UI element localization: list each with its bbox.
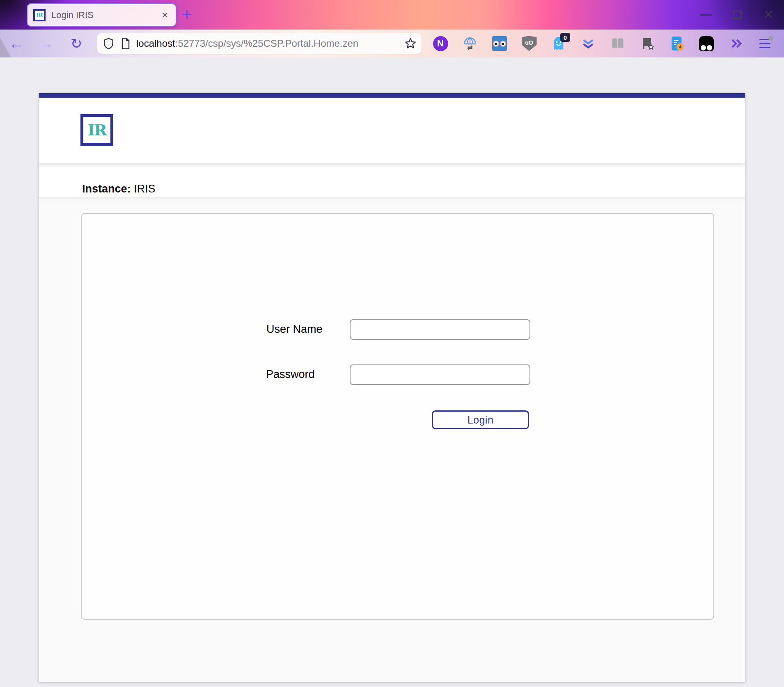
- dark-mask-icon: [699, 36, 714, 51]
- favicon-text: IR: [36, 12, 43, 18]
- navigation-toolbar: ← → ↻ localhost:52773/csp/sys/%25CSP.Por…: [0, 30, 784, 57]
- login-form-panel: User Name Password Login: [81, 213, 714, 620]
- minimize-icon: [700, 14, 712, 16]
- tab-close-icon[interactable]: ✕: [158, 9, 172, 22]
- page-viewport: IR Instance: IRIS User Name Password Log…: [0, 57, 784, 687]
- page-accent-bar: [39, 93, 745, 98]
- instance-line: Instance: IRIS: [82, 183, 156, 195]
- url-path: :52773/csp/sys/%25CSP.Portal.Home.zen: [175, 38, 358, 49]
- extension-n-button[interactable]: N: [432, 35, 449, 52]
- maximize-icon: [733, 10, 742, 19]
- extension-globe-sync-button[interactable]: [462, 35, 478, 52]
- instance-value: IRIS: [134, 183, 156, 195]
- url-bar[interactable]: localhost:52773/csp/sys/%25CSP.Portal.Ho…: [97, 33, 422, 54]
- close-icon: ✕: [763, 9, 773, 21]
- shield-icon[interactable]: [103, 37, 114, 50]
- extension-chevrons-button[interactable]: [580, 35, 596, 52]
- tab-bar: IR Login IRIS ✕ + ✕: [0, 0, 784, 30]
- n-icon: N: [433, 36, 448, 51]
- page-permissions-icon[interactable]: [121, 37, 131, 50]
- instance-label: Instance:: [82, 183, 131, 195]
- extension-toolbar: N uO: [432, 35, 774, 52]
- minimize-button[interactable]: [690, 0, 722, 30]
- login-page: IR Instance: IRIS User Name Password Log…: [39, 93, 745, 682]
- url-text: localhost:52773/csp/sys/%25CSP.Portal.Ho…: [136, 38, 404, 49]
- save-file-icon: [669, 36, 684, 51]
- extension-ghostery-button[interactable]: 0: [550, 35, 567, 52]
- iris-favicon: IR: [33, 9, 46, 21]
- new-tab-button[interactable]: +: [181, 2, 192, 26]
- username-label: User Name: [266, 323, 323, 336]
- extension-ublock-button[interactable]: uO: [521, 35, 537, 52]
- header-divider: [39, 163, 745, 168]
- double-chevron-right-icon: [729, 36, 743, 51]
- content-divider: [39, 197, 745, 202]
- app-menu-button[interactable]: [757, 35, 774, 52]
- extension-dark-mask-button[interactable]: [698, 35, 715, 52]
- forward-button[interactable]: →: [35, 30, 57, 57]
- hamburger-menu-icon: [759, 37, 772, 50]
- browser-window: IR Login IRIS ✕ + ✕ ← → ↻: [0, 0, 784, 687]
- tab-title: Login IRIS: [51, 10, 158, 21]
- tab-login-iris[interactable]: IR Login IRIS ✕: [27, 3, 177, 27]
- bookmark-star-icon[interactable]: [404, 37, 417, 50]
- login-button[interactable]: Login: [432, 410, 529, 429]
- bookmark-flag-star-icon: [640, 36, 655, 51]
- window-controls: ✕: [690, 0, 784, 30]
- globe-sync-icon: [462, 36, 478, 51]
- username-input[interactable]: [350, 319, 530, 340]
- url-host: localhost: [136, 38, 175, 49]
- open-book-icon: [610, 36, 626, 51]
- ghostery-badge: 0: [560, 33, 570, 42]
- extension-reader-button[interactable]: [610, 35, 626, 52]
- password-input[interactable]: [350, 364, 530, 385]
- iris-logo-text: IR: [87, 121, 106, 139]
- double-chevron-down-icon: [581, 36, 596, 51]
- iris-logo: IR: [80, 114, 113, 146]
- ublock-shield-icon: uO: [522, 36, 537, 51]
- reload-button[interactable]: ↻: [65, 30, 87, 57]
- password-label: Password: [266, 368, 315, 381]
- extension-bookmark-flag-button[interactable]: [639, 35, 656, 52]
- googly-eyes-icon: [492, 36, 507, 51]
- extension-save-page-button[interactable]: [669, 35, 685, 52]
- toolbar-overflow-button[interactable]: [728, 35, 744, 52]
- back-button[interactable]: ←: [5, 30, 28, 57]
- extension-googly-eyes-button[interactable]: [491, 35, 508, 52]
- maximize-button[interactable]: [722, 0, 753, 30]
- close-button[interactable]: ✕: [753, 0, 784, 30]
